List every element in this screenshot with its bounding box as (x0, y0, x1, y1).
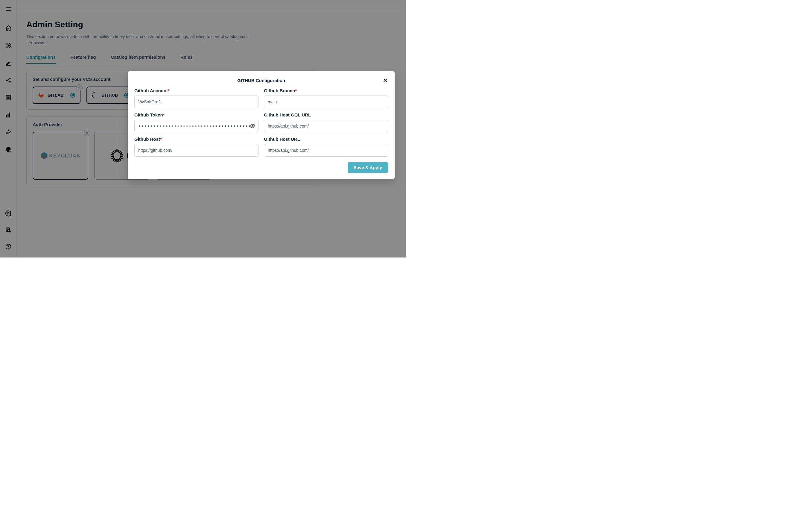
label-github-gql: Github Host GQL URL (264, 112, 388, 117)
label-github-account: Github Account* (134, 88, 259, 93)
input-github-account[interactable] (134, 96, 259, 108)
input-github-token[interactable] (134, 120, 259, 132)
field-github-gql: Github Host GQL URL (264, 112, 388, 132)
github-config-modal: GITHUB Configuration ✕ Github Account* G… (128, 71, 395, 179)
label-github-host-url: Github Host URL (264, 137, 388, 142)
eye-off-icon (250, 123, 256, 129)
label-github-host: Github Host* (134, 137, 259, 142)
field-github-account: Github Account* (134, 88, 259, 108)
input-github-host-url[interactable] (264, 144, 388, 157)
input-github-gql[interactable] (264, 120, 388, 132)
modal-close-button[interactable]: ✕ (383, 77, 387, 84)
input-github-host[interactable] (134, 144, 259, 157)
close-icon: ✕ (383, 78, 387, 84)
save-apply-button[interactable]: Save & Apply (348, 162, 388, 173)
label-github-token: Github Token* (134, 112, 259, 117)
field-github-branch: Github Branch* (264, 88, 388, 108)
field-github-host: Github Host* (134, 137, 259, 157)
field-github-host-url: Github Host URL (264, 137, 388, 157)
field-github-token: Github Token* (134, 112, 259, 132)
input-github-branch[interactable] (264, 96, 388, 108)
modal-title: GITHUB Configuration (237, 78, 285, 83)
toggle-password-visibility[interactable] (250, 123, 256, 129)
label-github-branch: Github Branch* (264, 88, 388, 93)
